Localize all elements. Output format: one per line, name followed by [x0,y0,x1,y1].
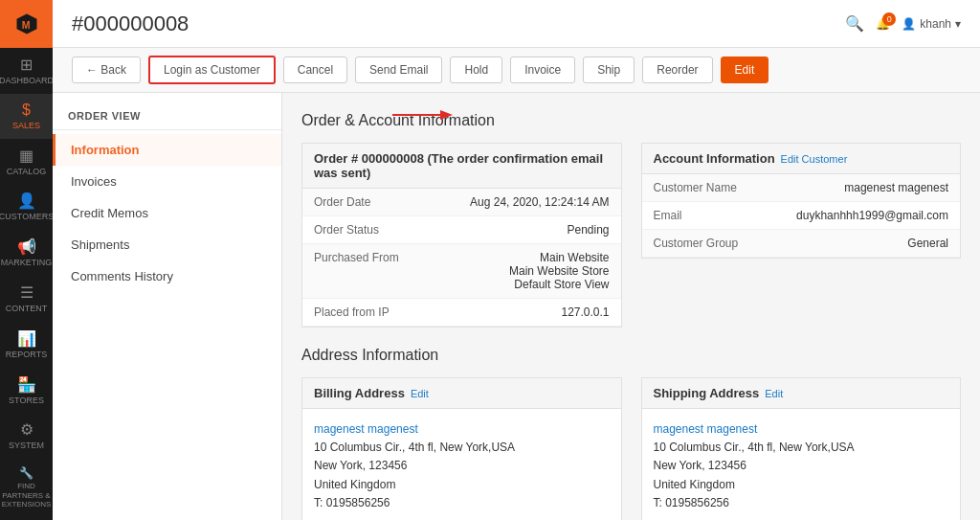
hold-button[interactable]: Hold [450,57,502,83]
table-row: Order Status Pending [302,216,621,244]
reports-icon: 📊 [17,329,36,348]
sidebar-item-dashboard[interactable]: ⊞ DASHBOARD [0,48,53,94]
billing-line3: United Kingdom [314,476,610,494]
sidebar-item-stores[interactable]: 🏪 STORES [0,368,53,414]
sidebar: M ⊞ DASHBOARD $ SALES ▦ CATALOG 👤 CUSTOM… [0,0,53,520]
marketing-icon: 📢 [17,237,36,256]
order-info-header: Order # 000000008 (The order confirmatio… [302,144,621,189]
sidebar-item-customers[interactable]: 👤 CUSTOMERS [0,184,53,230]
address-title: Address Information [301,347,961,364]
table-row: Purchased From Main Website Main Website… [302,244,621,299]
address-section: Billing Address Edit magenest magenest 1… [301,377,961,520]
billing-line2: New York, 123456 [314,457,610,475]
shipping-col: Shipping Address Edit magenest magenest … [641,377,962,520]
order-info-table: Order Date Aug 24, 2020, 12:24:14 AM Ord… [302,189,621,327]
shipping-edit-link[interactable]: Edit [765,388,783,399]
cancel-button[interactable]: Cancel [283,57,347,83]
billing-panel: Billing Address Edit magenest magenest 1… [301,377,622,520]
login-as-customer-button[interactable]: Login as Customer [148,56,276,84]
table-row: Placed from IP 127.0.0.1 [302,299,621,327]
account-info-col: Account Information Edit Customer Custom… [641,143,962,328]
customer-name-label: Customer Name [642,174,769,202]
nav-item-credit-memos[interactable]: Credit Memos [53,197,281,229]
nav-item-comments-history[interactable]: Comments History [53,260,281,292]
billing-name: magenest magenest [314,420,610,439]
user-name: khanh [920,17,951,31]
billing-address: magenest magenest 10 Columbus Cir., 4th … [302,409,621,520]
order-date-value: Aug 24, 2020, 12:24:14 AM [430,189,621,216]
sidebar-item-sales[interactable]: $ SALES [0,94,53,139]
sidebar-logo: M [0,0,53,48]
shipping-name: magenest magenest [654,420,949,439]
user-avatar-icon: 👤 [902,17,916,31]
purchased-from-value: Main Website Main Website Store Default … [430,244,621,299]
dashboard-icon: ⊞ [20,56,33,74]
sidebar-item-reports[interactable]: 📊 REPORTS [0,322,53,368]
action-toolbar: ← Back Login as Customer Cancel Send Ema… [53,48,980,93]
user-menu[interactable]: 👤 khanh ▾ [902,17,961,31]
placed-ip-label: Placed from IP [302,299,430,327]
back-button[interactable]: ← Back [72,57,141,83]
notification-count: 0 [882,12,896,26]
purchased-from-label: Purchased From [302,244,430,299]
system-icon: ⚙ [20,420,33,439]
page-title: #000000008 [72,11,189,36]
order-info-panel: Order # 000000008 (The order confirmatio… [301,143,622,328]
sidebar-item-partners[interactable]: 🔧 FIND PARTNERS & EXTENSIONS [0,459,53,517]
partners-icon: 🔧 [19,466,33,480]
table-row: Customer Group General [642,230,961,258]
sidebar-item-catalog[interactable]: ▦ CATALOG [0,139,53,185]
customers-icon: 👤 [17,192,36,210]
order-account-title: Order & Account Information [301,112,961,129]
customer-email-value[interactable]: duykhanhhh1999@gmail.com [769,202,961,230]
billing-line1: 10 Columbus Cir., 4th fl, New York,USA [314,439,610,457]
ship-button[interactable]: Ship [583,57,635,83]
shipping-line2: New York, 123456 [654,457,949,475]
order-date-label: Order Date [302,189,430,216]
stores-icon: 🏪 [17,375,36,394]
nav-item-information[interactable]: Information [53,134,281,166]
shipping-line1: 10 Columbus Cir., 4th fl, New York,USA [654,439,949,457]
order-status-label: Order Status [302,216,430,244]
shipping-panel: Shipping Address Edit magenest magenest … [641,377,962,520]
main-panel: Order & Account Information Order # 0000… [282,93,980,520]
sidebar-item-system[interactable]: ⚙ SYSTEM [0,413,53,459]
account-info-header: Account Information Edit Customer [642,144,961,174]
table-row: Email duykhanhhh1999@gmail.com [642,202,961,230]
reorder-button[interactable]: Reorder [642,57,712,83]
edit-customer-link[interactable]: Edit Customer [781,153,848,165]
table-row: Customer Name magenest magenest [642,174,961,202]
sidebar-item-content[interactable]: ☰ CONTENT [0,276,53,322]
customer-email-label: Email [642,202,769,230]
customer-group-label: Customer Group [642,230,769,258]
customer-name-value[interactable]: magenest magenest [769,174,961,202]
billing-edit-link[interactable]: Edit [411,388,429,399]
catalog-icon: ▦ [19,147,33,165]
sidebar-item-marketing[interactable]: 📢 MARKETING [0,230,53,276]
search-icon[interactable]: 🔍 [845,14,864,33]
left-nav: ORDER VIEW Information Invoices Credit M… [53,93,282,520]
billing-phone: T: 0195856256 [314,494,610,512]
account-info-table: Customer Name magenest magenest Email du… [642,174,961,258]
content-icon: ☰ [20,283,33,302]
order-account-section: Order # 000000008 (The order confirmatio… [301,143,961,328]
billing-col: Billing Address Edit magenest magenest 1… [301,377,622,520]
topbar-actions: 🔍 🔔 0 👤 khanh ▾ [845,14,961,33]
nav-item-invoices[interactable]: Invoices [53,166,281,197]
notification-bell[interactable]: 🔔 0 [876,17,890,31]
content-area: ORDER VIEW Information Invoices Credit M… [53,93,980,520]
shipping-line3: United Kingdom [654,476,949,494]
table-row: Order Date Aug 24, 2020, 12:24:14 AM [302,189,621,216]
sales-icon: $ [22,102,31,119]
nav-item-shipments[interactable]: Shipments [53,229,281,260]
billing-header: Billing Address Edit [302,378,621,409]
invoice-button[interactable]: Invoice [510,57,575,83]
svg-text:M: M [21,19,30,31]
placed-ip-value: 127.0.0.1 [430,299,621,327]
edit-button[interactable]: Edit [721,57,769,83]
send-email-button[interactable]: Send Email [355,57,442,83]
dropdown-icon: ▾ [955,17,961,31]
customer-group-value: General [769,230,961,258]
account-info-panel: Account Information Edit Customer Custom… [641,143,962,259]
main-area: #000000008 🔍 🔔 0 👤 khanh ▾ ← Back Login … [53,0,980,520]
